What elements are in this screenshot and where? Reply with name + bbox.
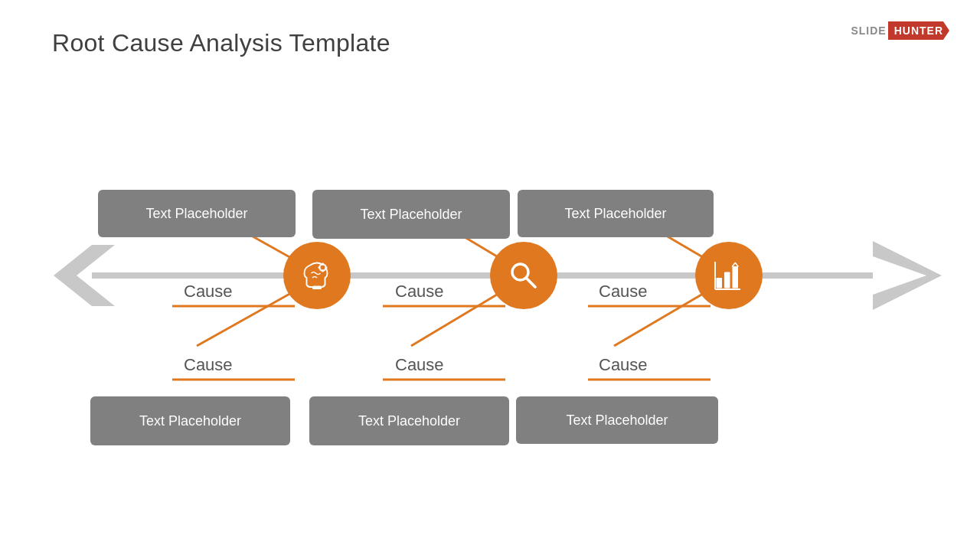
logo-hunter-text: HUNTER [888,21,949,40]
svg-marker-2 [873,241,942,310]
node3-circle [695,242,763,309]
svg-rect-26 [733,266,739,289]
svg-rect-18 [322,263,323,266]
logo-slide-text: SLIDE [851,24,886,37]
svg-rect-25 [724,272,730,289]
cause-label-top-1: Cause [184,282,233,302]
page-title: Root Cause Analysis Template [52,29,390,57]
bottom-placeholder-2: Text Placeholder [309,396,509,445]
node1-circle [283,242,351,309]
top-placeholder-1: Text Placeholder [98,190,296,237]
cause-label-top-3: Cause [599,282,648,302]
cause-label-bottom-2: Cause [395,355,444,375]
cause-label-bottom-3: Cause [599,355,648,375]
top-placeholder-2: Text Placeholder [312,190,510,239]
svg-rect-20 [318,266,321,268]
svg-point-17 [321,266,325,270]
chart-icon [710,257,747,294]
svg-line-23 [526,278,535,287]
bottom-placeholder-1: Text Placeholder [90,396,290,445]
svg-rect-15 [312,286,322,290]
brain-gear-icon [299,257,335,294]
logo: SLIDE HUNTER [851,21,949,40]
node2-circle [490,242,557,309]
cause-label-top-2: Cause [395,282,444,302]
search-icon [505,257,542,294]
top-placeholder-3: Text Placeholder [518,190,714,237]
fishbone-diagram: Text Placeholder Text Placeholder Text P… [31,92,949,459]
bottom-placeholder-3: Text Placeholder [516,396,718,444]
svg-rect-19 [322,270,323,272]
svg-rect-24 [717,278,723,289]
cause-label-bottom-1: Cause [184,355,233,375]
svg-rect-21 [325,266,328,268]
